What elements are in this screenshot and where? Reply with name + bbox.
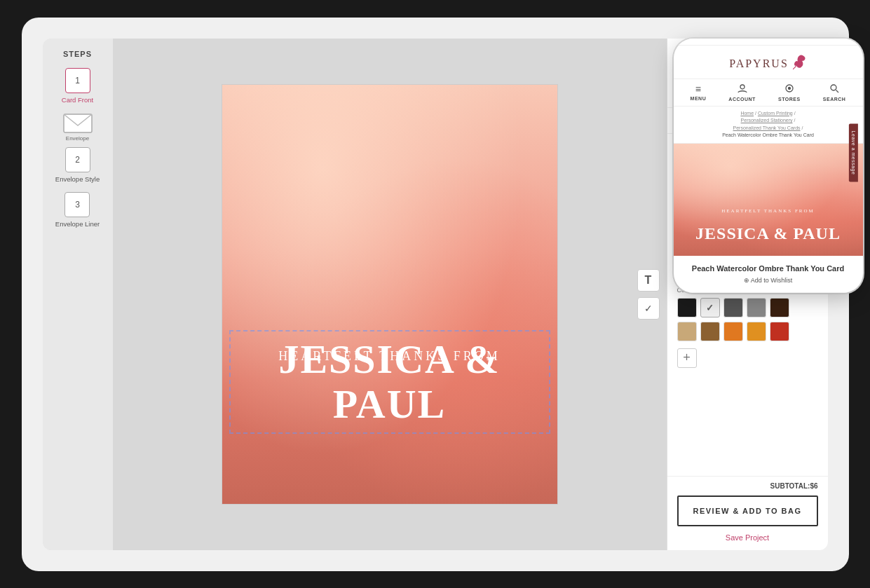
mobile-product-title: Peach Watercolor Ombre Thank You Card — [685, 264, 852, 273]
step-3-number: 3 — [64, 192, 90, 217]
subtotal-value: $6 — [810, 482, 817, 490]
text-icon: T — [645, 274, 652, 287]
color-swatches-row1: ✓ — [677, 298, 818, 317]
mobile-preview: PAPYRUS ≡ MENU — [674, 39, 863, 293]
search-label: SEARCH — [823, 97, 846, 102]
color-medium-gray[interactable] — [747, 298, 766, 317]
mobile-card-image: HEARTFELT THANKS FROM JESSICA & PAUL — [674, 144, 863, 256]
save-project-link[interactable]: Save Project — [667, 533, 828, 550]
step-1-number: 1 — [65, 68, 90, 93]
check-icon: ✓ — [644, 303, 653, 314]
step-1[interactable]: 1 Card Front — [62, 68, 93, 104]
svg-point-15 — [831, 85, 836, 90]
card-watercolor-bg — [222, 85, 557, 504]
breadcrumb-current: Peach Watercolor Ombre Thank You Card — [722, 132, 814, 137]
mobile-heartfelt-text: HEARTFELT THANKS FROM — [674, 208, 863, 214]
mobile-stores-item[interactable]: STORES — [778, 83, 801, 102]
color-dark-brown[interactable] — [770, 298, 789, 317]
main-container: STEPS 1 Card Front Envelope 2 Envelope S… — [22, 18, 849, 571]
mobile-brand-name: PAPYRUS — [729, 57, 789, 70]
canvas-tools: T ✓ — [637, 269, 660, 320]
mobile-search-item[interactable]: SEARCH — [823, 83, 846, 102]
mobile-product-info: Peach Watercolor Ombre Thank You Card ⊕ … — [674, 256, 863, 293]
color-white[interactable]: ✓ — [700, 298, 720, 317]
step-1-label: Card Front — [62, 96, 93, 104]
mobile-names-text: JESSICA & PAUL — [679, 224, 857, 243]
menu-label: MENU — [691, 96, 707, 101]
envelope-icon — [62, 113, 93, 134]
subtotal-label: SUBTOTAL: — [770, 482, 810, 490]
color-dark-gray[interactable] — [723, 298, 743, 317]
mobile-hummingbird-icon — [793, 54, 807, 74]
step-3[interactable]: 3 Envelope Liner — [55, 192, 100, 228]
steps-sidebar: STEPS 1 Card Front Envelope 2 Envelope S… — [43, 39, 113, 550]
feedback-tab[interactable]: Leave a message — [849, 123, 858, 182]
card-canvas: HEARTFELT THANKS FROM JESSICA & PAUL T ✓ — [113, 39, 667, 550]
breadcrumb-custom-printing[interactable]: Custom Printing — [758, 111, 793, 116]
svg-line-16 — [836, 90, 839, 93]
mobile-breadcrumb: Home / Custom Printing / Personalized St… — [674, 107, 863, 144]
color-tan[interactable] — [677, 322, 697, 341]
step-3-label: Envelope Liner — [55, 220, 100, 228]
account-label: ACCOUNT — [728, 97, 756, 102]
color-swatches-row2 — [677, 322, 818, 341]
account-icon — [738, 83, 747, 95]
breadcrumb-personalized-stationery[interactable]: Personalized Stationery — [741, 118, 793, 123]
card-names-text[interactable]: JESSICA & PAUL — [229, 330, 550, 434]
svg-point-12 — [740, 85, 745, 89]
card-preview[interactable]: HEARTFELT THANKS FROM JESSICA & PAUL — [222, 84, 558, 505]
add-color-button[interactable]: + — [677, 348, 697, 368]
mobile-menu-item[interactable]: ≡ MENU — [691, 83, 707, 102]
review-add-to-bag-button[interactable]: REVIEW & ADD TO BAG — [677, 495, 818, 526]
step-2-number: 2 — [65, 147, 90, 172]
stores-label: STORES — [778, 97, 801, 102]
color-brown[interactable] — [700, 322, 720, 341]
breadcrumb-thank-you-cards[interactable]: Personalized Thank You Cards — [733, 125, 801, 130]
subtotal-row: SUBTOTAL: $6 — [667, 476, 828, 495]
color-amber[interactable] — [747, 322, 766, 341]
mobile-wishlist-button[interactable]: ⊕ Add to Wishlist — [685, 277, 852, 284]
text-tool-button[interactable]: T — [637, 269, 660, 292]
color-orange[interactable] — [723, 322, 743, 341]
confirm-tool-button[interactable]: ✓ — [637, 297, 660, 320]
stores-icon — [784, 83, 794, 95]
mobile-nav: ≡ MENU ACCOUNT S — [674, 79, 863, 107]
mobile-brand-header: PAPYRUS — [674, 46, 863, 79]
selected-checkmark: ✓ — [701, 299, 719, 317]
color-black[interactable] — [677, 298, 697, 317]
step-2[interactable]: 2 Envelope Style — [55, 147, 100, 184]
mobile-logo: PAPYRUS — [685, 54, 852, 74]
steps-title: STEPS — [63, 50, 92, 58]
breadcrumb-home[interactable]: Home — [740, 111, 754, 116]
mobile-top-bar — [674, 39, 863, 46]
step-2-label: Envelope Style — [55, 175, 100, 184]
color-red[interactable] — [770, 322, 789, 341]
mobile-account-item[interactable]: ACCOUNT — [728, 83, 756, 102]
envelope-label: Envelope — [66, 135, 89, 142]
envelope-visual: Envelope — [62, 113, 93, 142]
search-icon — [829, 83, 839, 95]
menu-icon: ≡ — [695, 83, 701, 95]
svg-point-14 — [788, 87, 790, 89]
